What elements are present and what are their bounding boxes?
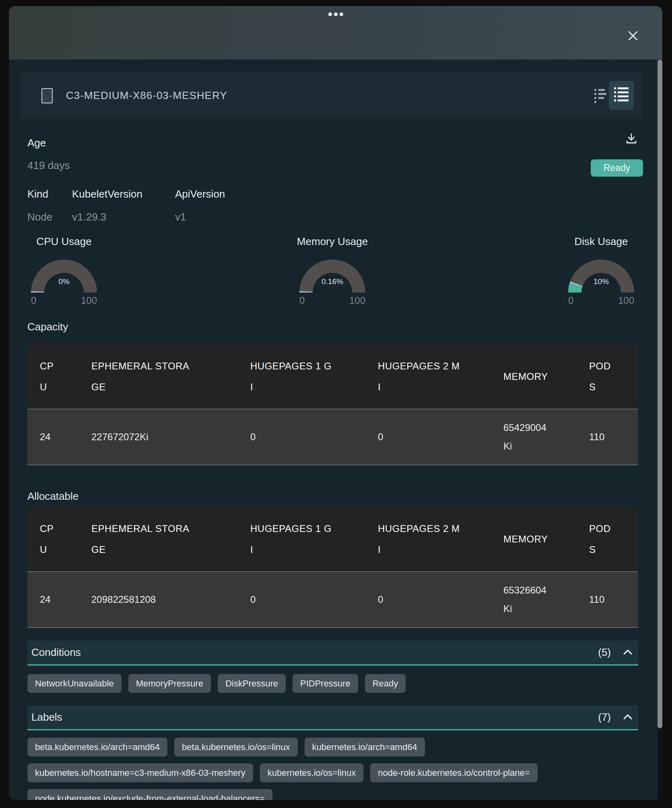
label-chip[interactable]: node.kubernetes.io/exclude-from-external… xyxy=(27,789,272,800)
disk-usage-title: Disk Usage xyxy=(541,235,662,248)
cpu-usage-ticks: 0100 xyxy=(20,295,108,306)
col-cpu: CPU xyxy=(40,356,58,397)
labels-chip-list: beta.kubernetes.io/arch=amd64 beta.kuber… xyxy=(27,738,642,800)
col-pods: PODS xyxy=(589,518,615,560)
node-details-modal: C3-MEDIUM-X86-03-MESHERY xyxy=(9,6,662,800)
memory-usage-value: 0.16% xyxy=(288,277,377,286)
detail-view-button[interactable] xyxy=(609,81,634,110)
col-hugepages-1gi: HUGEPAGES 1 GI xyxy=(250,356,333,397)
labels-count: (7) xyxy=(598,711,611,723)
disk-usage-ticks: 0100 xyxy=(557,295,645,306)
label-chip[interactable]: kubernetes.io/os=linux xyxy=(260,763,364,782)
scrollbar-thumb[interactable] xyxy=(658,60,662,728)
condition-chip[interactable]: MemoryPressure xyxy=(128,674,211,693)
cpu-usage-gauge: CPU Usage 0% 0100 xyxy=(20,235,108,312)
node-checkbox[interactable] xyxy=(41,88,53,103)
meta-field-values: Node v1.29.3 v1 xyxy=(27,211,186,223)
col-ephemeral-storage: EPHEMERAL STORAGE xyxy=(91,518,190,560)
col-ephemeral-storage: EPHEMERAL STORAGE xyxy=(91,356,190,397)
allocatable-table: CPU EPHEMERAL STORAGE HUGEPAGES 1 GI HUG… xyxy=(27,507,638,628)
capacity-table: CPU EPHEMERAL STORAGE HUGEPAGES 1 GI HUG… xyxy=(27,344,638,465)
allocatable-row: 24 209822581208 0 0 65326604Ki 110 xyxy=(27,571,638,627)
condition-chip[interactable]: Ready xyxy=(365,674,406,693)
resource-title-card: C3-MEDIUM-X86-03-MESHERY xyxy=(21,72,642,119)
api-version-value: v1 xyxy=(175,211,186,223)
age-label: Age xyxy=(27,137,46,149)
disk-usage-gauge: Disk Usage 10% 0100 xyxy=(557,235,645,312)
label-chip[interactable]: node-role.kubernetes.io/control-plane= xyxy=(370,763,537,782)
col-pods: PODS xyxy=(589,356,615,397)
condition-chip[interactable]: PIDPressure xyxy=(293,674,358,693)
capacity-header-row: CPU EPHEMERAL STORAGE HUGEPAGES 1 GI HUG… xyxy=(27,344,638,409)
label-chip[interactable]: beta.kubernetes.io/arch=amd64 xyxy=(27,738,167,756)
kind-label: Kind xyxy=(27,188,72,200)
conditions-section-header[interactable]: Conditions (5) xyxy=(27,641,638,666)
disk-usage-arc xyxy=(557,248,645,297)
memory-usage-ticks: 0100 xyxy=(288,295,377,306)
age-value: 419 days xyxy=(27,159,70,172)
memory-usage-title: Memory Usage xyxy=(272,235,393,248)
label-chip[interactable]: beta.kubernetes.io/os=linux xyxy=(174,738,297,756)
labels-heading: Labels xyxy=(31,711,62,723)
kind-value: Node xyxy=(27,211,72,223)
condition-chip[interactable]: NetworkUnavailable xyxy=(27,674,122,693)
drag-handle-icon[interactable] xyxy=(9,12,662,16)
allocatable-heading: Allocatable xyxy=(27,490,78,503)
col-hugepages-1gi: HUGEPAGES 1 GI xyxy=(250,518,333,560)
cpu-usage-title: CPU Usage xyxy=(9,235,124,248)
status-badge: Ready xyxy=(591,159,643,177)
memory-usage-arc xyxy=(288,248,377,297)
conditions-heading: Conditions xyxy=(31,646,81,659)
col-memory: MEMORY xyxy=(503,534,548,544)
modal-header xyxy=(9,6,662,60)
capacity-row: 24 227672072Ki 0 0 65429004Ki 110 xyxy=(27,409,638,465)
screen: C3-MEDIUM-X86-03-MESHERY xyxy=(0,0,672,808)
col-hugepages-2mi: HUGEPAGES 2 MI xyxy=(378,518,460,560)
kubelet-version-label: KubeletVersion xyxy=(72,188,175,200)
condition-chip[interactable]: DiskPressure xyxy=(218,674,286,693)
close-icon[interactable] xyxy=(627,30,639,42)
cpu-usage-arc xyxy=(20,248,108,297)
conditions-count: (5) xyxy=(598,646,611,659)
meta-field-labels: Kind KubeletVersion ApiVersion xyxy=(27,188,225,200)
api-version-label: ApiVersion xyxy=(175,188,225,200)
labels-section-header[interactable]: Labels (7) xyxy=(27,705,638,730)
disk-usage-value: 10% xyxy=(557,277,645,286)
chevron-up-icon[interactable] xyxy=(623,649,633,657)
chevron-up-icon[interactable] xyxy=(623,713,633,721)
download-icon[interactable] xyxy=(624,132,639,147)
node-title: C3-MEDIUM-X86-03-MESHERY xyxy=(66,72,227,119)
col-hugepages-2mi: HUGEPAGES 2 MI xyxy=(378,356,460,397)
capacity-heading: Capacity xyxy=(27,321,68,333)
label-chip[interactable]: kubernetes.io/hostname=c3-medium-x86-03-… xyxy=(27,763,253,782)
kubelet-version-value: v1.29.3 xyxy=(72,211,175,223)
allocatable-header-row: CPU EPHEMERAL STORAGE HUGEPAGES 1 GI HUG… xyxy=(27,507,638,571)
conditions-chip-list: NetworkUnavailable MemoryPressure DiskPr… xyxy=(27,674,642,693)
cpu-usage-value: 0% xyxy=(20,277,108,286)
col-cpu: CPU xyxy=(40,518,58,560)
detail-view-icon xyxy=(613,86,629,105)
col-memory: MEMORY xyxy=(503,371,548,382)
memory-usage-gauge: Memory Usage 0.16% 0100 xyxy=(288,235,377,312)
scrollbar[interactable] xyxy=(658,60,662,800)
compact-view-icon[interactable] xyxy=(592,87,608,104)
label-chip[interactable]: kubernetes.io/arch=amd64 xyxy=(305,738,425,756)
